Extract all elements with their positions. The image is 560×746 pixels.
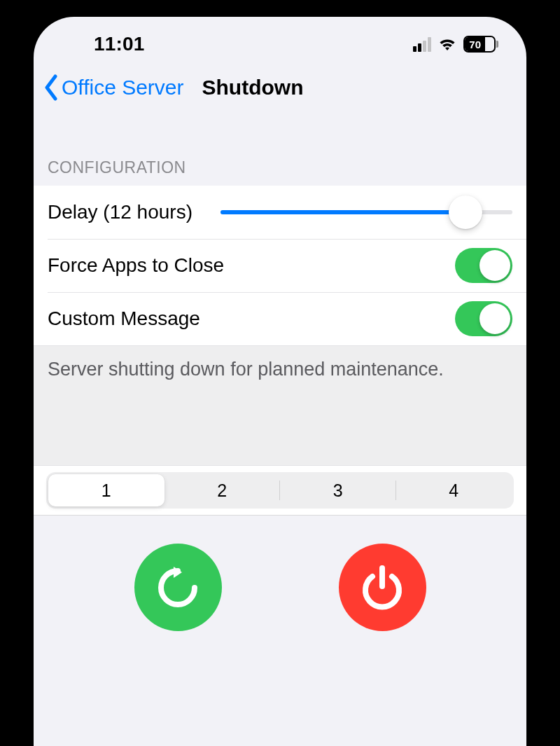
wifi-icon [437, 36, 458, 52]
page-title: Shutdown [202, 76, 304, 99]
segment-2[interactable]: 2 [164, 474, 281, 506]
segment-4[interactable]: 4 [396, 474, 512, 506]
slider-thumb-icon [449, 195, 482, 229]
battery-icon: 70 [463, 36, 498, 53]
restart-button[interactable] [134, 544, 222, 631]
delay-row: Delay (12 hours) [34, 186, 526, 239]
custom-message-label: Custom Message [48, 308, 200, 330]
status-indicators: 70 [413, 36, 507, 53]
section-header-configuration: CONFIGURATION [34, 119, 526, 186]
nav-bar: Office Server Shutdown [34, 56, 526, 119]
chevron-left-icon [43, 74, 59, 101]
status-bar: 11:01 70 [34, 17, 526, 56]
shutdown-button[interactable] [339, 544, 426, 631]
back-label: Office Server [62, 76, 184, 99]
force-close-toggle[interactable] [455, 248, 512, 283]
power-icon [357, 562, 407, 613]
segment-1[interactable]: 1 [48, 474, 164, 506]
configuration-list: Delay (12 hours) Force Apps to Close Cus… [34, 186, 526, 516]
segmented-control-wrap: 1 2 3 4 [34, 466, 526, 516]
status-time: 11:01 [53, 33, 145, 55]
restart-icon [153, 562, 203, 613]
force-close-label: Force Apps to Close [48, 254, 224, 277]
custom-message-text: Server shutting down for planned mainten… [48, 359, 512, 380]
segmented-control: 1 2 3 4 [46, 472, 514, 509]
back-button[interactable]: Office Server [43, 74, 184, 101]
custom-message-row: Custom Message [34, 292, 526, 345]
delay-label: Delay (12 hours) [48, 201, 192, 223]
switch-knob-icon [479, 303, 510, 334]
segment-3[interactable]: 3 [280, 474, 396, 506]
force-close-row: Force Apps to Close [34, 239, 526, 292]
cellular-icon [413, 37, 431, 52]
custom-message-field[interactable]: Server shutting down for planned mainten… [34, 345, 526, 466]
switch-knob-icon [479, 250, 510, 281]
device-screen: 11:01 70 [34, 17, 526, 746]
action-buttons [34, 516, 526, 631]
delay-slider[interactable] [220, 210, 512, 214]
custom-message-toggle[interactable] [455, 301, 512, 336]
battery-percent: 70 [469, 39, 481, 50]
